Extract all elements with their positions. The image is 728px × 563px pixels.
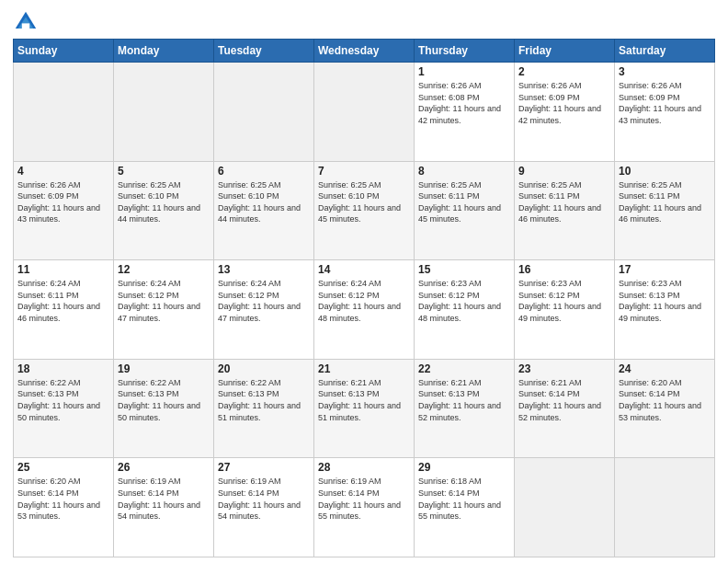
day-cell-28: 28Sunrise: 6:19 AMSunset: 6:14 PMDayligh… [314, 458, 415, 557]
day-info: Sunrise: 6:20 AMSunset: 6:14 PMDaylight:… [17, 476, 109, 522]
day-cell-5: 5Sunrise: 6:25 AMSunset: 6:10 PMDaylight… [114, 161, 214, 260]
day-number: 28 [318, 461, 410, 474]
day-info: Sunrise: 6:26 AMSunset: 6:08 PMDaylight:… [418, 80, 510, 126]
empty-cell [14, 63, 114, 162]
day-cell-7: 7Sunrise: 6:25 AMSunset: 6:10 PMDaylight… [314, 161, 415, 260]
day-number: 12 [118, 263, 210, 276]
svg-rect-2 [22, 23, 29, 29]
day-info: Sunrise: 6:23 AMSunset: 6:13 PMDaylight:… [619, 278, 711, 324]
day-info: Sunrise: 6:25 AMSunset: 6:10 PMDaylight:… [218, 179, 310, 225]
day-cell-13: 13Sunrise: 6:24 AMSunset: 6:12 PMDayligh… [214, 260, 314, 360]
day-info: Sunrise: 6:22 AMSunset: 6:13 PMDaylight:… [218, 377, 310, 423]
day-number: 6 [218, 165, 310, 178]
weekday-header-saturday: Saturday [615, 40, 715, 63]
day-info: Sunrise: 6:24 AMSunset: 6:12 PMDaylight:… [118, 278, 210, 324]
day-cell-18: 18Sunrise: 6:22 AMSunset: 6:13 PMDayligh… [14, 359, 114, 458]
day-cell-10: 10Sunrise: 6:25 AMSunset: 6:11 PMDayligh… [615, 161, 715, 260]
day-number: 21 [318, 362, 410, 375]
day-info: Sunrise: 6:21 AMSunset: 6:14 PMDaylight:… [518, 377, 610, 423]
day-info: Sunrise: 6:19 AMSunset: 6:14 PMDaylight:… [218, 476, 310, 522]
day-number: 3 [619, 65, 711, 78]
day-cell-22: 22Sunrise: 6:21 AMSunset: 6:13 PMDayligh… [415, 359, 515, 458]
day-number: 17 [619, 263, 711, 276]
weekday-header-friday: Friday [515, 40, 615, 63]
calendar-week-1: 1Sunrise: 6:26 AMSunset: 6:08 PMDaylight… [14, 63, 715, 162]
day-cell-29: 29Sunrise: 6:18 AMSunset: 6:14 PMDayligh… [415, 458, 515, 557]
day-info: Sunrise: 6:20 AMSunset: 6:14 PMDaylight:… [619, 377, 711, 423]
weekday-header-wednesday: Wednesday [314, 40, 415, 63]
day-info: Sunrise: 6:25 AMSunset: 6:10 PMDaylight:… [318, 179, 410, 225]
day-info: Sunrise: 6:22 AMSunset: 6:13 PMDaylight:… [118, 377, 210, 423]
day-number: 10 [619, 165, 711, 178]
empty-cell [314, 63, 415, 162]
day-cell-9: 9Sunrise: 6:25 AMSunset: 6:11 PMDaylight… [515, 161, 615, 260]
day-number: 16 [518, 263, 610, 276]
day-number: 5 [118, 165, 210, 178]
day-info: Sunrise: 6:26 AMSunset: 6:09 PMDaylight:… [619, 80, 711, 126]
day-number: 1 [418, 65, 510, 78]
logo [13, 9, 42, 35]
day-info: Sunrise: 6:23 AMSunset: 6:12 PMDaylight:… [518, 278, 610, 324]
day-info: Sunrise: 6:24 AMSunset: 6:12 PMDaylight:… [218, 278, 310, 324]
day-number: 8 [418, 165, 510, 178]
day-cell-19: 19Sunrise: 6:22 AMSunset: 6:13 PMDayligh… [114, 359, 214, 458]
day-info: Sunrise: 6:21 AMSunset: 6:13 PMDaylight:… [418, 377, 510, 423]
calendar-week-5: 25Sunrise: 6:20 AMSunset: 6:14 PMDayligh… [14, 458, 715, 557]
day-number: 22 [418, 362, 510, 375]
weekday-header-row: SundayMondayTuesdayWednesdayThursdayFrid… [14, 40, 715, 63]
calendar-week-3: 11Sunrise: 6:24 AMSunset: 6:11 PMDayligh… [14, 260, 715, 360]
day-number: 26 [118, 461, 210, 474]
day-cell-11: 11Sunrise: 6:24 AMSunset: 6:11 PMDayligh… [14, 260, 114, 360]
day-info: Sunrise: 6:24 AMSunset: 6:12 PMDaylight:… [318, 278, 410, 324]
page: SundayMondayTuesdayWednesdayThursdayFrid… [0, 0, 728, 563]
header [13, 9, 715, 35]
day-number: 9 [518, 165, 610, 178]
day-cell-1: 1Sunrise: 6:26 AMSunset: 6:08 PMDaylight… [415, 63, 515, 162]
day-cell-27: 27Sunrise: 6:19 AMSunset: 6:14 PMDayligh… [214, 458, 314, 557]
day-info: Sunrise: 6:25 AMSunset: 6:11 PMDaylight:… [619, 179, 711, 225]
day-cell-24: 24Sunrise: 6:20 AMSunset: 6:14 PMDayligh… [615, 359, 715, 458]
weekday-header-tuesday: Tuesday [214, 40, 314, 63]
empty-cell [214, 63, 314, 162]
day-cell-2: 2Sunrise: 6:26 AMSunset: 6:09 PMDaylight… [515, 63, 615, 162]
day-cell-8: 8Sunrise: 6:25 AMSunset: 6:11 PMDaylight… [415, 161, 515, 260]
empty-cell [114, 63, 214, 162]
weekday-header-monday: Monday [114, 40, 214, 63]
weekday-header-thursday: Thursday [415, 40, 515, 63]
day-info: Sunrise: 6:18 AMSunset: 6:14 PMDaylight:… [418, 476, 510, 522]
day-info: Sunrise: 6:22 AMSunset: 6:13 PMDaylight:… [17, 377, 109, 423]
day-number: 24 [619, 362, 711, 375]
weekday-header-sunday: Sunday [14, 40, 114, 63]
day-number: 11 [17, 263, 109, 276]
day-number: 13 [218, 263, 310, 276]
day-number: 7 [318, 165, 410, 178]
day-cell-21: 21Sunrise: 6:21 AMSunset: 6:13 PMDayligh… [314, 359, 415, 458]
day-number: 2 [518, 65, 610, 78]
day-number: 14 [318, 263, 410, 276]
day-number: 4 [17, 165, 109, 178]
day-number: 20 [218, 362, 310, 375]
day-info: Sunrise: 6:19 AMSunset: 6:14 PMDaylight:… [118, 476, 210, 522]
day-number: 23 [518, 362, 610, 375]
day-number: 18 [17, 362, 109, 375]
day-info: Sunrise: 6:25 AMSunset: 6:11 PMDaylight:… [418, 179, 510, 225]
day-info: Sunrise: 6:26 AMSunset: 6:09 PMDaylight:… [518, 80, 610, 126]
day-cell-3: 3Sunrise: 6:26 AMSunset: 6:09 PMDaylight… [615, 63, 715, 162]
day-cell-12: 12Sunrise: 6:24 AMSunset: 6:12 PMDayligh… [114, 260, 214, 360]
day-number: 27 [218, 461, 310, 474]
empty-cell [515, 458, 615, 557]
day-cell-4: 4Sunrise: 6:26 AMSunset: 6:09 PMDaylight… [14, 161, 114, 260]
day-info: Sunrise: 6:25 AMSunset: 6:11 PMDaylight:… [518, 179, 610, 225]
day-cell-23: 23Sunrise: 6:21 AMSunset: 6:14 PMDayligh… [515, 359, 615, 458]
day-cell-20: 20Sunrise: 6:22 AMSunset: 6:13 PMDayligh… [214, 359, 314, 458]
day-cell-6: 6Sunrise: 6:25 AMSunset: 6:10 PMDaylight… [214, 161, 314, 260]
day-number: 25 [17, 461, 109, 474]
day-info: Sunrise: 6:25 AMSunset: 6:10 PMDaylight:… [118, 179, 210, 225]
day-info: Sunrise: 6:19 AMSunset: 6:14 PMDaylight:… [318, 476, 410, 522]
day-cell-15: 15Sunrise: 6:23 AMSunset: 6:12 PMDayligh… [415, 260, 515, 360]
day-cell-25: 25Sunrise: 6:20 AMSunset: 6:14 PMDayligh… [14, 458, 114, 557]
day-number: 15 [418, 263, 510, 276]
logo-icon [13, 9, 39, 35]
day-number: 19 [118, 362, 210, 375]
day-cell-16: 16Sunrise: 6:23 AMSunset: 6:12 PMDayligh… [515, 260, 615, 360]
